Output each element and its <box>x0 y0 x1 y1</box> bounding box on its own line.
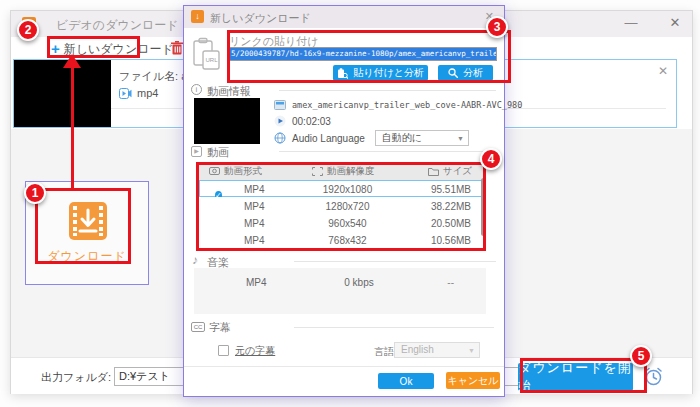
annotation-arrow <box>71 66 74 190</box>
plus-icon: + <box>51 42 60 56</box>
ok-button[interactable]: Ok <box>378 373 434 389</box>
format-line: mp4 <box>119 87 158 99</box>
main-window-title: ビデオのダウンロード <box>56 17 179 34</box>
schedule-clock-icon[interactable] <box>643 366 664 391</box>
video-section-icon: ▶ <box>191 146 202 157</box>
paste-icon <box>337 68 348 79</box>
film-download-icon <box>69 202 107 244</box>
cell-size: 10.56MB <box>411 235 471 246</box>
format-column-icon <box>209 167 220 176</box>
start-download-button[interactable]: ダウンロードを開始 <box>518 363 633 391</box>
table-row[interactable]: MP4 768x432 10.56MB <box>199 231 484 248</box>
cell-format: MP4 <box>244 201 265 212</box>
svg-text:URL: URL <box>206 57 219 63</box>
divider <box>294 327 494 328</box>
divider <box>279 151 496 152</box>
cell-resolution: 1280x720 <box>295 201 400 212</box>
trash-icon[interactable] <box>171 41 183 59</box>
cell-format: MP4 <box>244 218 265 229</box>
cc-icon: CC <box>191 322 205 332</box>
annotation-arrow-head <box>63 54 81 68</box>
video-title-row: amex_americanvp_trailer_web_cove-AABR-AV… <box>274 100 522 110</box>
format-label: mp4 <box>137 87 158 99</box>
cell-format: MP4 <box>244 235 265 246</box>
video-table: 動画形式 動画解像度 サイズ ✓ MP4 1920x1080 95.51MB <box>199 164 484 248</box>
paste-and-analyze-button[interactable]: 貼り付けと分析 <box>333 65 428 81</box>
globe-icon <box>274 132 286 144</box>
analyze-label: 分析 <box>463 66 483 80</box>
duration: 00:02:03 <box>292 116 331 127</box>
cell-resolution: 1920x1080 <box>295 184 400 195</box>
step-badge-5: 5 <box>630 345 652 367</box>
modal-titlebar: ↓ 新しいダウンロード ✕ <box>184 6 504 28</box>
duration-row: 00:02:03 <box>274 115 331 127</box>
url-text: 5/2000439787/hd-16x9-mezzanine-1080p/ame… <box>230 48 496 60</box>
clipboard-url-icon: URL <box>191 37 223 77</box>
divider <box>184 366 504 367</box>
music-note-icon: ♪ <box>192 253 198 267</box>
original-subtitle-checkbox[interactable] <box>218 345 229 356</box>
audio-language-row: Audio Language 自動的に ▼ <box>274 130 469 146</box>
audio-language-value: 自動的に <box>382 132 422 143</box>
table-row[interactable]: ✓ MP4 1920x1080 95.51MB <box>199 180 484 197</box>
video-title: amex_americanvp_trailer_web_cove-AABR-AV… <box>292 100 522 110</box>
new-download-modal: ↓ 新しいダウンロード ✕ URL リンクの貼り付け 5/2000439787/… <box>183 5 505 397</box>
original-subtitle-label: 元の字幕 <box>235 344 275 358</box>
language-dropdown[interactable]: English ▼ <box>394 342 480 358</box>
cancel-button[interactable]: キャンセル <box>446 372 500 389</box>
cell-resolution: 960x540 <box>295 218 400 229</box>
video-file-icon <box>274 100 286 110</box>
cell-size: 38.22MB <box>411 201 471 212</box>
video-info-section-label: 動画情報 <box>207 84 251 99</box>
remove-item-icon[interactable]: ✕ <box>658 64 668 78</box>
modal-download-icon: ↓ <box>191 10 204 23</box>
cell-resolution: 768x432 <box>295 235 400 246</box>
close-button[interactable]: ✕ <box>666 14 684 32</box>
search-icon <box>448 68 458 78</box>
cell-bitrate: 0 kbps <box>314 277 404 288</box>
cell-size: -- <box>447 277 454 288</box>
step-badge-3: 3 <box>486 16 508 38</box>
analyze-button[interactable]: 分析 <box>438 65 493 81</box>
divider <box>294 261 496 262</box>
cell-size: 20.50MB <box>411 218 471 229</box>
language-label: 言語 <box>374 345 394 359</box>
format-column-label: 動画形式 <box>224 165 262 178</box>
step-badge-2: 2 <box>17 19 39 41</box>
output-folder-label: 出力フォルダ: <box>41 370 111 385</box>
table-row[interactable]: MP4 1280x720 38.22MB <box>199 197 484 214</box>
table-row[interactable]: MP4 960x540 20.50MB <box>199 214 484 231</box>
video-section-label: 動画 <box>207 145 229 160</box>
audio-row[interactable]: MP4 0 kbps -- <box>194 268 486 314</box>
url-input[interactable]: 5/2000439787/hd-16x9-mezzanine-1080p/ame… <box>229 47 497 61</box>
divider <box>279 90 496 91</box>
video-thumbnail <box>14 60 111 127</box>
video-format-icon <box>119 88 132 99</box>
chevron-down-icon: ▼ <box>457 132 464 146</box>
modal-title: 新しいダウンロード <box>210 11 311 26</box>
info-icon: i <box>191 84 202 95</box>
minimize-button[interactable]: — <box>622 14 640 32</box>
cell-format: MP4 <box>244 184 265 195</box>
audio-language-label: Audio Language <box>292 133 365 144</box>
subtitle-section-label: 字幕 <box>209 320 231 335</box>
audio-language-dropdown[interactable]: 自動的に ▼ <box>375 130 469 146</box>
resolution-column-icon <box>312 167 323 176</box>
size-column-icon <box>428 167 439 176</box>
cell-size: 95.51MB <box>411 184 471 195</box>
download-card-label: ダウンロード <box>26 248 148 265</box>
language-value: English <box>401 344 434 355</box>
play-icon[interactable] <box>274 115 286 127</box>
paste-analyze-label: 貼り付けと分析 <box>353 66 424 80</box>
chevron-down-icon: ▼ <box>468 344 475 358</box>
cell-format: MP4 <box>246 277 267 288</box>
table-scrollbar[interactable] <box>481 178 486 236</box>
resolution-column-label: 動画解像度 <box>327 165 375 178</box>
step-badge-1: 1 <box>24 182 46 204</box>
step-badge-4: 4 <box>480 148 502 170</box>
video-table-header: 動画形式 動画解像度 サイズ <box>199 164 484 180</box>
modal-video-thumbnail <box>194 98 260 144</box>
size-column-label: サイズ <box>443 165 472 178</box>
